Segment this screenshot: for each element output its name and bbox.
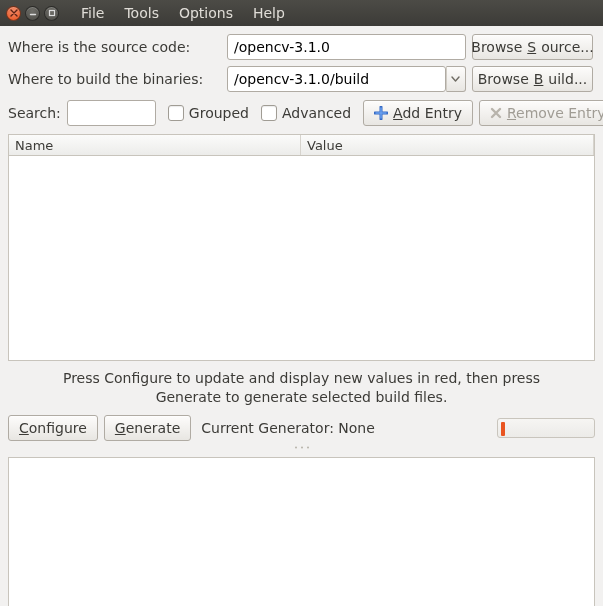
table-body[interactable] (9, 156, 594, 360)
generate-suffix: enerate (126, 420, 181, 436)
browse-source-mnem: S (527, 39, 536, 55)
remove-entry-button: Remove Entry (479, 100, 603, 126)
svg-point-3 (307, 447, 309, 449)
browse-build-button[interactable]: Browse Build... (472, 66, 593, 92)
grouped-checkbox[interactable] (168, 105, 184, 121)
source-label: Where is the source code: (8, 39, 221, 55)
splitter-grip[interactable] (8, 445, 595, 451)
build-dropdown-button[interactable] (446, 66, 466, 92)
add-entry-button[interactable]: Add Entry (363, 100, 473, 126)
x-icon (490, 107, 502, 119)
minimize-icon (29, 9, 37, 17)
cache-table: Name Value (8, 134, 595, 361)
add-entry-suffix: dd Entry (402, 105, 461, 121)
source-input-wrap (227, 34, 466, 60)
svg-point-2 (301, 447, 303, 449)
column-name[interactable]: Name (9, 135, 301, 155)
table-header: Name Value (9, 135, 594, 156)
remove-entry-suffix: emove Entry (516, 105, 603, 121)
search-input[interactable] (67, 100, 156, 126)
grouped-label[interactable]: Grouped (189, 105, 249, 121)
action-row: Configure Generate Current Generator: No… (8, 413, 595, 441)
menu-help[interactable]: Help (245, 3, 293, 23)
window-minimize-button[interactable] (25, 6, 40, 21)
browse-source-prefix: Browse (471, 39, 522, 55)
svg-rect-0 (49, 11, 54, 16)
generate-mnem: G (115, 420, 126, 436)
grouped-wrap: Grouped (168, 105, 249, 121)
grip-icon (288, 445, 316, 450)
chevron-down-icon (451, 76, 460, 82)
build-input[interactable] (227, 66, 446, 92)
menu-file[interactable]: File (73, 3, 112, 23)
build-combo (227, 66, 466, 92)
progress-bar (497, 418, 595, 438)
source-input[interactable] (227, 34, 466, 60)
menubar: File Tools Options Help (73, 3, 293, 23)
hint-text: Press Configure to update and display ne… (8, 367, 595, 407)
advanced-label[interactable]: Advanced (282, 105, 351, 121)
window-buttons (6, 6, 59, 21)
browse-build-mnem: B (534, 71, 544, 87)
current-generator-label: Current Generator: None (201, 420, 375, 436)
advanced-wrap: Advanced (261, 105, 351, 121)
window-maximize-button[interactable] (44, 6, 59, 21)
browse-build-suffix: uild... (548, 71, 587, 87)
titlebar: File Tools Options Help (0, 0, 603, 26)
configure-button[interactable]: Configure (8, 415, 98, 441)
window-close-button[interactable] (6, 6, 21, 21)
column-value[interactable]: Value (301, 135, 594, 155)
progress-indicator (501, 422, 505, 436)
advanced-checkbox[interactable] (261, 105, 277, 121)
build-row: Where to build the binaries: Browse Buil… (8, 66, 595, 92)
options-row: Search: Grouped Advanced Add Entry Remov… (8, 98, 595, 126)
browse-build-prefix: Browse (478, 71, 529, 87)
output-panel[interactable] (8, 457, 595, 606)
content: Where is the source code: Browse Source.… (0, 26, 603, 606)
plus-icon (374, 106, 388, 120)
source-row: Where is the source code: Browse Source.… (8, 34, 595, 60)
browse-source-button[interactable]: Browse Source... (472, 34, 593, 60)
close-icon (10, 9, 18, 17)
configure-suffix: onfigure (29, 420, 87, 436)
menu-options[interactable]: Options (171, 3, 241, 23)
browse-source-suffix: ource... (541, 39, 594, 55)
search-label: Search: (8, 105, 61, 121)
build-label: Where to build the binaries: (8, 71, 221, 87)
svg-point-1 (295, 447, 297, 449)
remove-entry-mnem: R (507, 105, 516, 121)
maximize-icon (48, 9, 56, 17)
generate-button[interactable]: Generate (104, 415, 191, 441)
configure-mnem: C (19, 420, 29, 436)
menu-tools[interactable]: Tools (116, 3, 167, 23)
